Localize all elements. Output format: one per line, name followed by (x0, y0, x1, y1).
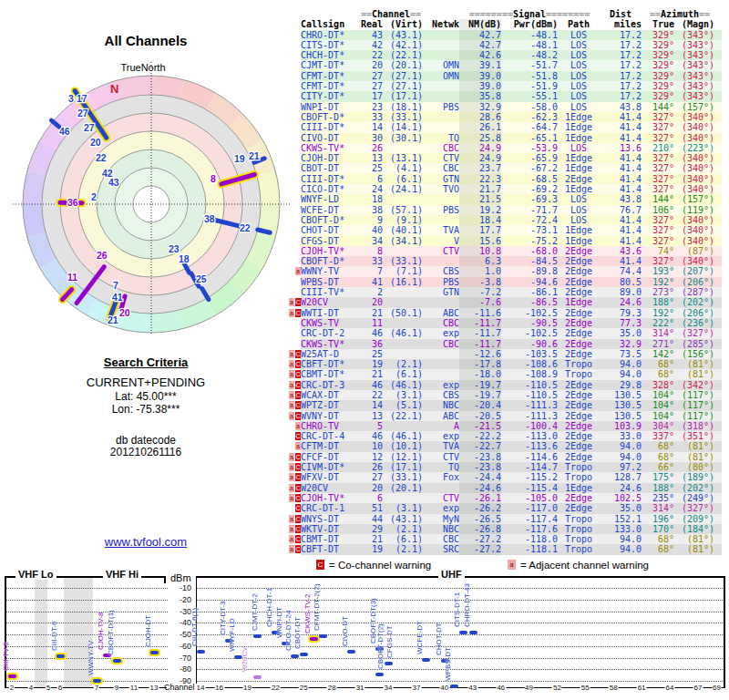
adjacent-channel-badge-icon: a (289, 412, 294, 420)
signal-bar-label: WNYF-LD (228, 618, 237, 651)
adjacent-channel-badge-icon: a (289, 453, 294, 461)
channel-tick: 19 (242, 684, 252, 692)
table-row: CBOT-DT25(4.1)CBC23.7-67.21Edge41.4327°(… (301, 163, 722, 173)
dbm-tick-label: -40 (169, 618, 191, 627)
channel-tick: 14 (196, 684, 206, 692)
warning-badges: aC (289, 350, 301, 358)
signal-bar-label: CHOT-DT (435, 623, 444, 656)
warning-badges: aC (289, 381, 301, 389)
warning-badges: aC (289, 309, 301, 317)
radar-channel-label: 26 (97, 250, 108, 261)
dbm-axis-label: dBm (170, 572, 191, 583)
signal-bar (375, 673, 384, 676)
signal-bar (253, 675, 262, 679)
table-row: CKWS-TV*36CBC-11.7-90.62Edge32.9271°(285… (301, 339, 722, 349)
co-channel-badge-icon: C (295, 401, 301, 409)
table-row: CIII-DT*6(6.1)GTN22.3-68.52Edge41.4327°(… (301, 174, 722, 184)
signal-bar-label: CICO-DT-24 (284, 611, 293, 651)
dbm-tick-label: -10 (169, 583, 191, 592)
warning-badges: aC (289, 360, 301, 368)
channel-tick: 25 (299, 684, 309, 692)
adjacent-channel-badge-icon: a (289, 381, 294, 389)
adjacent-channel-badge-icon: a (289, 525, 294, 533)
signal-bar (459, 631, 467, 634)
table-row: aCWPTZ-DT14(5.1)NBC-20.4-111.32Edge130.5… (301, 400, 722, 410)
table-row: WNPI-DT23(18.1)PBS32.9-58.0LOS43.8144°(1… (301, 102, 722, 112)
search-longitude: Lon: -75.38*** (0, 403, 292, 416)
signal-bar-label: CKWS-TV-2 (303, 593, 313, 633)
signal-bar-label: CIVO-DT (341, 616, 350, 646)
channel-tick: 52 (552, 684, 562, 692)
co-channel-badge-icon: C (295, 535, 301, 543)
table-row: CFMT-DT*27(27.1)39.0-51.9LOS17.2329°(343… (301, 81, 722, 91)
table-row: aCWVNY-DT13(22.1)ABC-20.5-111.32Edge130.… (301, 411, 722, 421)
adjacent-channel-badge-icon: a (289, 463, 294, 471)
radar-channel-label: 46 (59, 126, 70, 137)
adjacent-channel-badge-icon: a (295, 442, 301, 450)
channel-tick: 61 (637, 684, 647, 692)
co-channel-badge-icon: C (295, 350, 301, 358)
co-channel-badge-icon: C (295, 515, 301, 523)
table-row: aCCFCF-DT12(12.1)CTV-23.8-114.62Edge94.0… (301, 452, 722, 462)
search-latitude: Lat: 45.00*** (0, 390, 292, 403)
signal-bar (300, 653, 308, 656)
radar-channel-label: 41 (112, 292, 123, 303)
table-row: CJOH-DT13(13.1)CTV24.9-65.91Edge41.4327°… (301, 153, 722, 163)
signal-bar (93, 679, 101, 683)
channel-tick: 34 (384, 684, 394, 692)
adjacent-channel-badge-icon: a (295, 422, 301, 430)
signal-bar-label: CFGS-DT (385, 626, 395, 659)
table-row: CBOFT-D*33(33.1)28.6-62.31Edge41.4327°(3… (301, 112, 722, 122)
channel-tick: 49 (524, 684, 534, 692)
adjacent-channel-badge-icon: a (289, 545, 294, 553)
channel-tick: 13 (149, 684, 159, 692)
radar-title: All Channels (0, 33, 292, 48)
warning-badges: aC (289, 494, 301, 502)
uhf-label: UHF (438, 569, 465, 580)
warning-badges: aC (289, 370, 301, 378)
radar-channel-label: 3 (68, 93, 74, 104)
adjacent-channel-badge-icon: a (289, 515, 294, 523)
table-row: CHRO-DT*43(43.1)42.7-48.1LOS17.2329°(343… (301, 30, 722, 40)
signal-bar (385, 662, 393, 665)
tvfool-link[interactable]: www.tvfool.com (0, 535, 292, 549)
table-row: CIII-DT*14(14.1)26.1-64.71Edge41.4327°(3… (301, 122, 722, 132)
co-channel-badge-icon: C (295, 494, 301, 502)
channel-tick: 5 (46, 684, 51, 692)
table-row: aCCRC-DT-346(46.1)exp-19.7-110.52Edge29.… (301, 380, 722, 390)
db-datecode-label: db datecode (0, 434, 292, 447)
adjacent-channel-badge-icon: a (289, 391, 294, 399)
radar-channel-label: 7 (113, 280, 118, 291)
signal-bar-label: CHCH-DT-1 (265, 588, 274, 627)
radar-channel-label: 27 (84, 122, 95, 133)
signal-bar-label: CITS-DT-1 (453, 592, 462, 626)
adjacent-channel-badge-icon: a (295, 267, 301, 275)
signal-bar (469, 631, 477, 634)
dbm-tick-label: -30 (169, 607, 191, 616)
radar-channel-label: 18 (179, 253, 190, 264)
radar-channel-label: 43 (108, 177, 119, 188)
adjacent-channel-badge-icon: a (289, 298, 294, 306)
gridline (5, 612, 168, 612)
signal-bar-label: W20CV (241, 646, 250, 672)
signal-bar (113, 659, 121, 663)
signal-bar-label: CBOT-DT (293, 617, 303, 649)
gridline (197, 681, 724, 682)
table-row: aCWCAX-DT22(3.1)CBS-19.7-110.52Edge130.5… (301, 390, 722, 400)
co-channel-badge-icon: C (295, 545, 301, 553)
adjacent-channel-badge-icon: a (289, 401, 294, 409)
signal-bar (319, 634, 327, 638)
signal-bar-label: WWNY-TV (87, 640, 96, 674)
signal-bar-label: CIII-TV-2 (2, 642, 11, 671)
warning-badges: aC (289, 473, 301, 481)
co-channel-badge-icon: C (295, 360, 301, 368)
channel-tick: 4 (28, 684, 34, 692)
signal-bar-label: WPBS-DT (444, 647, 453, 681)
adjacent-channel-badge-icon: a (289, 473, 294, 481)
gridline (197, 588, 724, 589)
table-row: CBOFT-D*9(9.1)18.4-72.4LOS41.4327°(340°) (301, 215, 722, 225)
radar-channel-label: 17 (77, 93, 87, 104)
radar-channel-label: 8 (210, 173, 216, 184)
radar-channel-label: 21 (249, 150, 260, 161)
signal-bar (310, 637, 318, 641)
